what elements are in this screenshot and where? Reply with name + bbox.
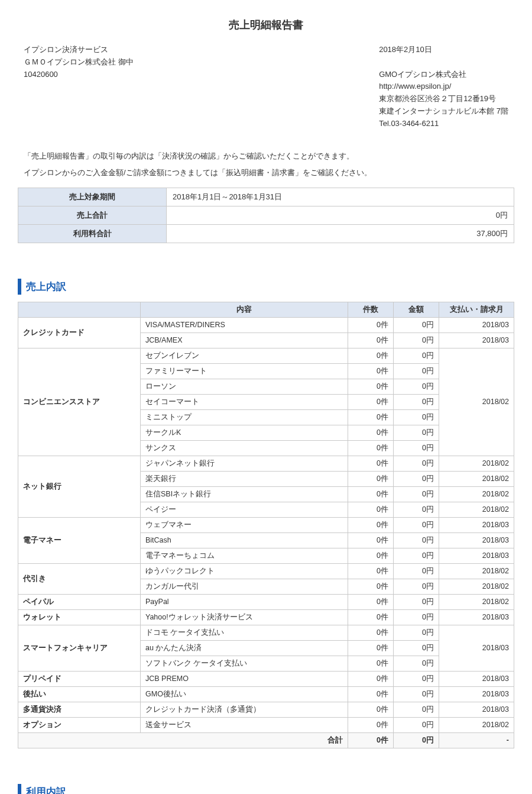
table-row: コンビニエンスストアセブンイレブン0件0円2018/02 — [18, 348, 514, 363]
content-cell: ファミリーマート — [141, 363, 348, 379]
count-cell: 0件 — [348, 563, 394, 579]
count-cell: 0件 — [348, 394, 394, 409]
amount-cell: 0円 — [394, 686, 439, 702]
issuer-tel: Tel.03-3464-6211 — [379, 118, 508, 130]
count-cell: 0件 — [348, 717, 394, 732]
note-line: 「売上明細報告書」の取引毎の内訳は「決済状況の確認」からご確認いただくことができ… — [24, 148, 508, 165]
section-title-usage: 利用内訳 — [18, 784, 514, 794]
month-cell: 2018/02 — [439, 502, 514, 517]
category-cell: 電子マネー — [18, 517, 141, 563]
content-cell: ローソン — [141, 379, 348, 394]
count-cell: 0件 — [348, 379, 394, 394]
summary-table: 売上対象期間 2018年1月1日～2018年1月31日 売上合計 0円 利用料合… — [18, 188, 514, 243]
page-title: 売上明細報告書 — [18, 18, 514, 32]
amount-cell: 0円 — [394, 548, 439, 563]
count-cell: 0件 — [348, 456, 394, 471]
table-row: プリペイドJCB PREMO0件0円2018/03 — [18, 671, 514, 686]
count-cell: 0件 — [348, 671, 394, 686]
total-amount: 0円 — [394, 732, 439, 748]
amount-cell: 0円 — [394, 671, 439, 686]
amount-cell: 0円 — [394, 594, 439, 609]
month-cell: 2018/02 — [439, 717, 514, 732]
col-month: 支払い・請求月 — [439, 302, 514, 317]
table-row: オプション送金サービス0件0円2018/02 — [18, 717, 514, 732]
content-cell: セイコーマート — [141, 394, 348, 409]
month-cell: 2018/02 — [439, 456, 514, 471]
content-cell: VISA/MASTER/DINERS — [141, 317, 348, 333]
table-row: ペイパルPayPal0件0円2018/02 — [18, 594, 514, 609]
count-cell: 0件 — [348, 409, 394, 425]
amount-cell: 0円 — [394, 333, 439, 348]
month-cell: 2018/03 — [439, 625, 514, 671]
category-cell: 代引き — [18, 563, 141, 594]
count-cell: 0件 — [348, 686, 394, 702]
category-cell: プリペイド — [18, 671, 141, 686]
content-cell: カンガルー代引 — [141, 579, 348, 594]
category-cell: スマートフォンキャリア — [18, 625, 141, 671]
summary-sales: 0円 — [167, 206, 514, 224]
content-cell: BitCash — [141, 532, 348, 548]
month-cell: 2018/02 — [439, 348, 514, 456]
table-row: ウォレットYahoo!ウォレット決済サービス0件0円2018/03 — [18, 609, 514, 625]
content-cell: ゆうパックコレクト — [141, 563, 348, 579]
amount-cell: 0円 — [394, 702, 439, 717]
summary-period: 2018年1月1日～2018年1月31日 — [167, 188, 514, 206]
content-cell: ジャパンネット銀行 — [141, 456, 348, 471]
content-cell: ペイジー — [141, 502, 348, 517]
count-cell: 0件 — [348, 333, 394, 348]
table-row: 代引きゆうパックコレクト0件0円2018/02 — [18, 563, 514, 579]
summary-header-fee: 利用料合計 — [18, 224, 167, 243]
amount-cell: 0円 — [394, 563, 439, 579]
total-label: 合計 — [18, 732, 348, 748]
count-cell: 0件 — [348, 348, 394, 363]
month-cell: 2018/03 — [439, 317, 514, 333]
month-cell: 2018/02 — [439, 563, 514, 579]
content-cell: サンクス — [141, 440, 348, 456]
amount-cell: 0円 — [394, 579, 439, 594]
table-row: 電子マネーウェブマネー0件0円2018/03 — [18, 517, 514, 532]
summary-header-sales: 売上合計 — [18, 206, 167, 224]
amount-cell: 0円 — [394, 363, 439, 379]
count-cell: 0件 — [348, 425, 394, 440]
issuer-addr: 東京都渋谷区渋谷２丁目12番19号 — [379, 93, 508, 105]
month-cell: 2018/03 — [439, 532, 514, 548]
category-cell: コンビニエンスストア — [18, 348, 141, 456]
content-cell: PayPal — [141, 594, 348, 609]
total-month: - — [439, 732, 514, 748]
month-cell: 2018/02 — [439, 471, 514, 486]
month-cell: 2018/03 — [439, 671, 514, 686]
content-cell: クレジットカード決済（多通貨） — [141, 702, 348, 717]
content-cell: 楽天銀行 — [141, 471, 348, 486]
amount-cell: 0円 — [394, 517, 439, 532]
amount-cell: 0円 — [394, 409, 439, 425]
content-cell: 電子マネーちょコム — [141, 548, 348, 563]
amount-cell: 0円 — [394, 379, 439, 394]
header-block: イプシロン決済サービス ＧＭＯイプシロン株式会社 御中 10420600 201… — [18, 44, 514, 130]
amount-cell: 0円 — [394, 348, 439, 363]
note-line: イプシロンからのご入金金額/ご請求金額につきましては「振込明細書・請求書」をご確… — [24, 164, 508, 182]
amount-cell: 0円 — [394, 486, 439, 502]
sales-table: 内容 件数 金額 支払い・請求月 クレジットカードVISA/MASTER/DIN… — [18, 302, 514, 748]
count-cell: 0件 — [348, 471, 394, 486]
category-cell: 多通貨決済 — [18, 702, 141, 717]
count-cell: 0件 — [348, 548, 394, 563]
month-cell: 2018/02 — [439, 486, 514, 502]
count-cell: 0件 — [348, 440, 394, 456]
amount-cell: 0円 — [394, 717, 439, 732]
header-right: 2018年2月10日 GMOイプシロン株式会社 http://www.epsil… — [379, 44, 508, 130]
content-cell: ウェブマネー — [141, 517, 348, 532]
month-cell: 2018/02 — [439, 594, 514, 609]
count-cell: 0件 — [348, 702, 394, 717]
issue-date: 2018年2月10日 — [379, 44, 508, 56]
count-cell: 0件 — [348, 532, 394, 548]
total-count: 0件 — [348, 732, 394, 748]
issuer-addr: 東建インターナショナルビル本館 7階 — [379, 105, 508, 118]
amount-cell: 0円 — [394, 640, 439, 656]
count-cell: 0件 — [348, 594, 394, 609]
table-row: クレジットカードVISA/MASTER/DINERS0件0円2018/03 — [18, 317, 514, 333]
col-amount: 金額 — [394, 302, 439, 317]
amount-cell: 0円 — [394, 656, 439, 671]
month-cell: 2018/03 — [439, 333, 514, 348]
issuer-url: http://www.epsilon.jp/ — [379, 80, 508, 93]
amount-cell: 0円 — [394, 609, 439, 625]
